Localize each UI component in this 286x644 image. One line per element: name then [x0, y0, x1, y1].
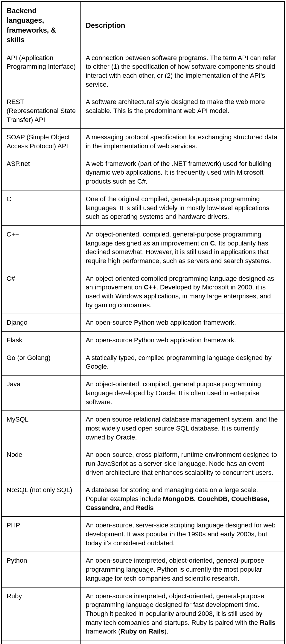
- description-cell: An open-source, server-side scripting la…: [81, 517, 285, 552]
- bold-text: Redis: [136, 504, 154, 512]
- term-cell: REST (Representational State Transfer) A…: [1, 93, 81, 129]
- table-row: COne of the original compiled, general-p…: [1, 190, 285, 225]
- table-row: ScalaA statically typed, general-purpose…: [1, 640, 285, 644]
- table-row: C#An object-oriented compiled programmin…: [1, 270, 285, 314]
- header-term: Backend languages, frameworks, & skills: [1, 1, 81, 49]
- description-cell: A web framework (part of the .NET framew…: [81, 155, 285, 190]
- term-cell: Ruby: [1, 587, 81, 640]
- term-cell: MySQL: [1, 411, 81, 446]
- description-cell: An open-source Python web application fr…: [81, 332, 285, 349]
- term-cell: C: [1, 190, 81, 225]
- term-cell: C++: [1, 225, 81, 270]
- term-cell: Go (or Golang): [1, 349, 81, 375]
- table-row: PythonAn open-source interpreted, object…: [1, 552, 285, 587]
- term-cell: SOAP (Simple Object Access Protocol) API: [1, 129, 81, 155]
- description-cell: A database for storing and managing data…: [81, 481, 285, 517]
- backend-skills-table: Backend languages, frameworks, & skills …: [1, 1, 285, 644]
- table-row: DjangoAn open-source Python web applicat…: [1, 314, 285, 332]
- term-cell: Java: [1, 376, 81, 411]
- table-row: RubyAn open-source interpreted, object-o…: [1, 587, 285, 640]
- table-row: NodeAn open-source, cross-platform, runt…: [1, 446, 285, 481]
- table-header-row: Backend languages, frameworks, & skills …: [1, 1, 285, 49]
- description-cell: A connection between software programs. …: [81, 49, 285, 93]
- header-desc: Description: [81, 1, 285, 49]
- table-row: C++An object-oriented, compiled, general…: [1, 225, 285, 270]
- description-cell: An open source relational database manag…: [81, 411, 285, 446]
- table-row: ASP.netA web framework (part of the .NET…: [1, 155, 285, 190]
- bold-text: C++: [144, 283, 156, 291]
- term-cell: API (Application Programming Interface): [1, 49, 81, 93]
- term-cell: PHP: [1, 517, 81, 552]
- term-cell: Flask: [1, 332, 81, 349]
- term-cell: ASP.net: [1, 155, 81, 190]
- term-cell: NoSQL (not only SQL): [1, 481, 81, 517]
- term-cell: Scala: [1, 640, 81, 644]
- term-cell: C#: [1, 270, 81, 314]
- description-cell: A statically typed, general-purpose prog…: [81, 640, 285, 644]
- bold-text: Ruby on Rails: [121, 628, 165, 635]
- table-body: API (Application Programming Interface)A…: [1, 49, 285, 644]
- table-row: NoSQL (not only SQL)A database for stori…: [1, 481, 285, 517]
- description-cell: A statically typed, compiled programming…: [81, 349, 285, 375]
- description-cell: An open-source interpreted, object-orien…: [81, 587, 285, 640]
- table-row: SOAP (Simple Object Access Protocol) API…: [1, 129, 285, 155]
- bold-text: C: [210, 239, 215, 247]
- term-cell: Django: [1, 314, 81, 332]
- description-cell: An open-source interpreted, object-orien…: [81, 552, 285, 587]
- description-cell: A messaging protocol specification for e…: [81, 129, 285, 155]
- description-cell: An open-source, cross-platform, runtime …: [81, 446, 285, 481]
- table-row: MySQLAn open source relational database …: [1, 411, 285, 446]
- description-cell: One of the original compiled, general-pu…: [81, 190, 285, 225]
- description-cell: An object-oriented, compiled, general-pu…: [81, 225, 285, 270]
- description-cell: A software architectural style designed …: [81, 93, 285, 129]
- term-cell: Node: [1, 446, 81, 481]
- table-row: PHPAn open-source, server-side scripting…: [1, 517, 285, 552]
- bold-text: Rails: [260, 619, 276, 626]
- description-cell: An object-oriented, compiled, general pu…: [81, 376, 285, 411]
- table-row: FlaskAn open-source Python web applicati…: [1, 332, 285, 349]
- table-row: Go (or Golang)A statically typed, compil…: [1, 349, 285, 375]
- description-cell: An open-source Python web application fr…: [81, 314, 285, 332]
- bold-text: MongoDB, CouchDB, CouchBase, Cassandra,: [86, 495, 269, 512]
- table-row: API (Application Programming Interface)A…: [1, 49, 285, 93]
- description-cell: An object-oriented compiled programming …: [81, 270, 285, 314]
- table-row: REST (Representational State Transfer) A…: [1, 93, 285, 129]
- term-cell: Python: [1, 552, 81, 587]
- table-row: JavaAn object-oriented, compiled, genera…: [1, 376, 285, 411]
